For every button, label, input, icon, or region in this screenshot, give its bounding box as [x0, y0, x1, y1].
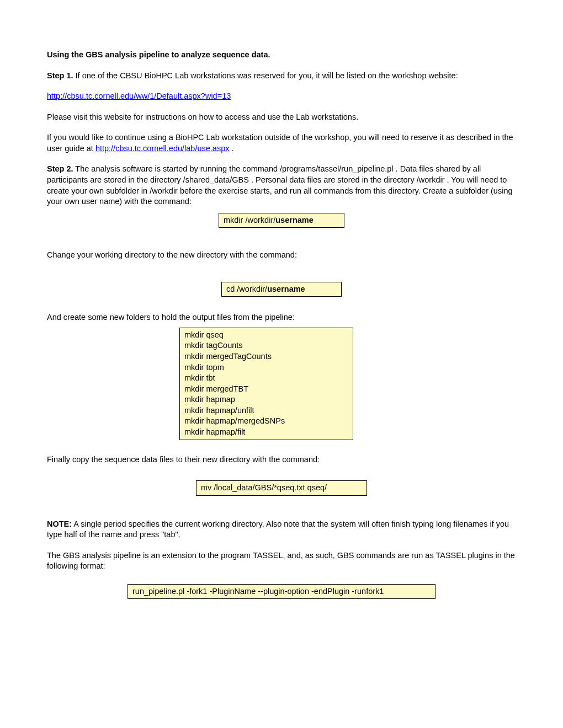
change-dir-text: Change your working directory to the new…	[47, 250, 516, 261]
userguide-link[interactable]: http://cbsu.tc.cornell.edu/lab/use.aspx	[95, 144, 230, 153]
cmd-mkdir-list: mkdir qseq mkdir tagCounts mkdir mergedT…	[179, 328, 353, 440]
cmd-mkdir-workdir: mkdir /workdir/username	[219, 213, 344, 228]
cmd-mv-qseq: mv /local_data/GBS/*qseq.txt qseq/	[196, 480, 367, 496]
workshop-link[interactable]: http://cbsu.tc.cornell.edu/ww/1/Default.…	[47, 92, 231, 100]
step2-paragraph: Step 2. The analysis software is started…	[47, 164, 516, 207]
note-paragraph: NOTE: A single period specifies the curr…	[47, 519, 516, 540]
cmd-box-row-2: cd /workdir/username	[47, 282, 516, 297]
step2-label: Step 2.	[47, 164, 73, 173]
note-label: NOTE:	[47, 520, 72, 528]
document-title: Using the GBS analysis pipeline to analy…	[47, 50, 516, 61]
step1-label: Step 1.	[47, 71, 73, 80]
cmd-box-row-5: run_pipeline.pl -fork1 -PluginName --plu…	[47, 584, 516, 599]
cmd-cd-workdir: cd /workdir/username	[221, 282, 342, 297]
cmd-box-row-1: mkdir /workdir/username	[47, 213, 516, 228]
tassel-text: The GBS analysis pipeline is an extensio…	[47, 550, 516, 572]
cmd-box-row-3: mkdir qseq mkdir tagCounts mkdir mergedT…	[47, 328, 516, 440]
step2-text: The analysis software is started by runn…	[47, 164, 513, 206]
step1-text: If one of the CBSU BioHPC Lab workstatio…	[73, 71, 458, 80]
create-folders-text: And create some new folders to hold the …	[47, 312, 516, 323]
reserve-post: .	[230, 144, 234, 153]
visit-paragraph: Please visit this website for instructio…	[47, 112, 516, 123]
document-page: Using the GBS analysis pipeline to analy…	[0, 0, 563, 647]
link1-paragraph: http://cbsu.tc.cornell.edu/ww/1/Default.…	[47, 91, 516, 102]
cmd-run-pipeline: run_pipeline.pl -fork1 -PluginName --plu…	[128, 584, 435, 599]
reserve-paragraph: If you would like to continue using a Bi…	[47, 132, 516, 154]
cmd-box-row-4: mv /local_data/GBS/*qseq.txt qseq/	[47, 480, 516, 496]
copy-text: Finally copy the sequence data files to …	[47, 454, 516, 465]
step1-paragraph: Step 1. If one of the CBSU BioHPC Lab wo…	[47, 71, 516, 82]
note-text: A single period specifies the current wo…	[47, 520, 509, 539]
